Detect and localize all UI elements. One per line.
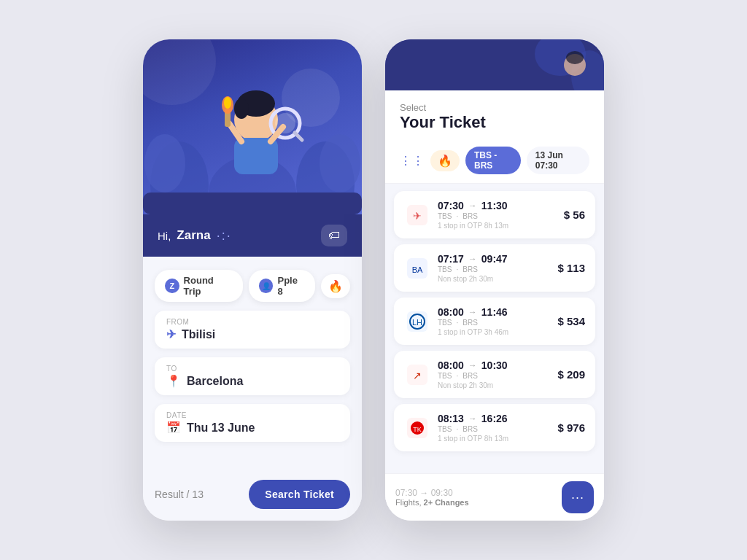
greeting-bar: Hi, Zarna ·:· 🏷 xyxy=(143,214,362,257)
flight-times: 07:17 → 09:47 xyxy=(438,253,550,265)
result-text: Result / 13 xyxy=(155,489,204,500)
people-dot: 👤 xyxy=(259,279,274,293)
airports: TBS · BRS xyxy=(438,372,550,380)
search-body: Z Round Trip 👤 Pple 8 🔥 FROM ✈ Tbilisi T… xyxy=(143,257,362,521)
airport-separator: · xyxy=(456,319,458,327)
arrive-time: 10:30 xyxy=(481,359,508,371)
from-airport: TBS xyxy=(438,372,452,380)
stop-info: 1 stop in OTP 3h 46m xyxy=(438,328,550,336)
arrow-icon: → xyxy=(468,413,477,424)
filter-row: Z Round Trip 👤 Pple 8 🔥 xyxy=(155,270,350,302)
date-input-card[interactable]: DATE 📅 Thu 13 June xyxy=(155,404,350,442)
airports: TBS · BRS xyxy=(438,212,557,220)
fab-button[interactable]: ··· xyxy=(562,481,594,513)
flight-times: 08:00 → 10:30 xyxy=(438,359,550,371)
people-chip[interactable]: 👤 Pple 8 xyxy=(249,270,315,302)
search-ticket-button[interactable]: Search Ticket xyxy=(249,480,350,509)
airline-logo: TK xyxy=(404,415,430,441)
from-airport: TBS xyxy=(438,425,452,433)
airport-separator: · xyxy=(456,372,458,380)
flight-card[interactable]: BA 07:17 → 09:47 TBS · BRS Non stop 2h 3… xyxy=(394,244,595,292)
svg-point-1 xyxy=(144,134,185,192)
flight-info: 08:00 → 10:30 TBS · BRS Non stop 2h 30m xyxy=(438,359,550,389)
flight-times: 08:00 → 11:46 xyxy=(438,306,550,318)
flights-list: ✈ 07:30 → 11:30 TBS · BRS 1 stop in OTP … xyxy=(385,184,604,473)
depart-time: 07:17 xyxy=(438,253,464,265)
arrow-icon: → xyxy=(468,201,477,211)
airports: TBS · BRS xyxy=(438,425,550,433)
date-badge[interactable]: 13 Jun 07:30 xyxy=(527,147,589,174)
to-airport: BRS xyxy=(462,212,478,220)
from-airport: TBS xyxy=(438,319,452,327)
svg-line-12 xyxy=(295,133,302,140)
flight-info: 08:13 → 16:26 TBS · BRS 1 stop in OTP 8h… xyxy=(438,413,550,443)
date-label: DATE xyxy=(166,411,338,419)
arrive-time: 09:47 xyxy=(481,253,508,265)
flight-price: $ 209 xyxy=(557,368,585,381)
depart-time: 08:13 xyxy=(438,413,464,424)
round-trip-label: Round Trip xyxy=(184,275,233,297)
right-body: Select Your Ticket ⋮⋮ 🔥 TBS - BRS 13 Jun… xyxy=(385,90,604,521)
flight-card[interactable]: ↗ 08:00 → 10:30 TBS · BRS Non stop 2h 30… xyxy=(394,351,595,398)
route-badge[interactable]: TBS - BRS xyxy=(465,147,521,174)
people-label: Pple 8 xyxy=(277,275,305,297)
airline-logo: BA xyxy=(404,255,430,281)
right-header: Select Your Ticket xyxy=(385,90,604,139)
hero-banner xyxy=(143,39,362,214)
flight-info: 07:17 → 09:47 TBS · BRS Non stop 2h 30m xyxy=(438,253,550,283)
right-phone: Select Your Ticket ⋮⋮ 🔥 TBS - BRS 13 Jun… xyxy=(385,39,604,521)
to-airport: BRS xyxy=(462,372,478,380)
date-display: Thu 13 June xyxy=(187,421,255,435)
airports: TBS · BRS xyxy=(438,265,550,273)
airline-logo: LH xyxy=(404,308,430,335)
flight-card[interactable]: LH 08:00 → 11:46 TBS · BRS 1 stop in OTP… xyxy=(394,298,595,345)
flight-price: $ 534 xyxy=(557,315,585,327)
fire-filter-button[interactable]: 🔥 xyxy=(430,150,460,171)
to-icon: 📍 xyxy=(166,374,181,388)
to-input-card[interactable]: TO 📍 Barcelona xyxy=(155,357,350,395)
ticket-title: Your Ticket xyxy=(400,113,589,132)
from-input-card[interactable]: FROM ✈ Tbilisi xyxy=(155,311,350,349)
stop-info: 1 stop in OTP 8h 13m xyxy=(438,222,557,230)
svg-point-8 xyxy=(234,98,249,119)
round-trip-chip[interactable]: Z Round Trip xyxy=(155,270,243,302)
arrow-icon: → xyxy=(468,307,477,317)
greeting-dots: ·:· xyxy=(217,228,232,244)
date-icon: 📅 xyxy=(166,421,181,435)
search-bottom-bar: Result / 13 Search Ticket xyxy=(155,477,350,509)
flight-price: $ 56 xyxy=(564,209,585,221)
flight-info: 07:30 → 11:30 TBS · BRS 1 stop in OTP 8h… xyxy=(438,200,557,230)
tag-icon[interactable]: 🏷 xyxy=(321,225,347,246)
arrive-time: 11:46 xyxy=(481,306,508,318)
from-airport: TBS xyxy=(438,265,452,273)
svg-point-3 xyxy=(320,134,360,192)
stop-info: 1 stop in OTP 8h 13m xyxy=(438,435,550,443)
flight-card[interactable]: ✈ 07:30 → 11:30 TBS · BRS 1 stop in OTP … xyxy=(394,191,595,238)
flight-card[interactable]: TK 08:13 → 16:26 TBS · BRS 1 stop in OTP… xyxy=(394,404,595,451)
left-phone: Hi, Zarna ·:· 🏷 Z Round Trip 👤 Pple 8 🔥 … xyxy=(143,39,362,521)
flight-price: $ 976 xyxy=(557,421,585,434)
from-value: ✈ Tbilisi xyxy=(166,327,338,341)
round-trip-dot: Z xyxy=(165,279,179,293)
filter-bar: ⋮⋮ 🔥 TBS - BRS 13 Jun 07:30 xyxy=(385,139,604,184)
airports: TBS · BRS xyxy=(438,319,550,327)
depart-time: 07:30 xyxy=(438,200,464,211)
flight-price: $ 113 xyxy=(557,262,585,274)
filter-dots-icon[interactable]: ⋮⋮ xyxy=(400,154,425,168)
stub-text: Flights, 2+ Changes xyxy=(395,498,469,507)
from-city: Tbilisi xyxy=(182,328,215,341)
svg-text:✈: ✈ xyxy=(413,210,422,222)
svg-rect-5 xyxy=(143,192,362,214)
airline-logo: ✈ xyxy=(404,202,430,228)
fire-chip[interactable]: 🔥 xyxy=(321,274,350,298)
flight-times: 07:30 → 11:30 xyxy=(438,200,557,211)
to-value: 📍 Barcelona xyxy=(166,374,338,388)
arrive-time: 11:30 xyxy=(481,200,508,211)
stop-info: Non stop 2h 30m xyxy=(438,275,550,283)
arrow-icon: → xyxy=(468,254,477,264)
airline-logo: ↗ xyxy=(404,362,430,388)
to-airport: BRS xyxy=(462,265,478,273)
to-city: Barcelona xyxy=(187,375,243,388)
svg-text:TK: TK xyxy=(413,426,422,433)
airport-separator: · xyxy=(456,212,458,220)
